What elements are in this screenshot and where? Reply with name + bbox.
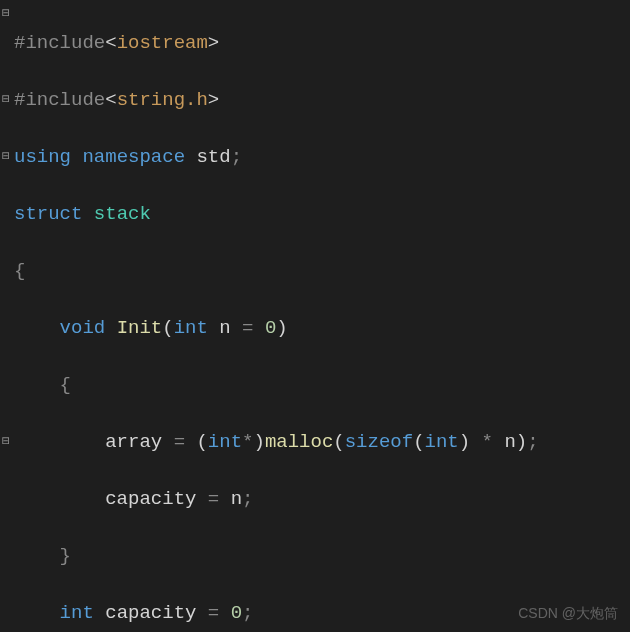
code-line[interactable]: void Init(int n = 0) — [14, 314, 630, 343]
fold-marker — [0, 314, 12, 343]
fold-marker[interactable]: ⊟ — [0, 428, 12, 457]
fold-gutter: ⊟ ⊟ ⊟ ⊟ — [0, 0, 12, 632]
code-line[interactable]: capacity = n; — [14, 485, 630, 514]
code-line[interactable]: array = (int*)malloc(sizeof(int) * n); — [14, 428, 630, 457]
fold-marker — [0, 171, 12, 200]
code-line[interactable]: { — [14, 257, 630, 286]
code-area[interactable]: #include<iostream> #include<string.h> us… — [12, 0, 630, 632]
fold-marker — [0, 29, 12, 58]
fold-marker — [0, 399, 12, 428]
code-line[interactable]: #include<iostream> — [14, 29, 630, 58]
fold-marker[interactable]: ⊟ — [0, 86, 12, 115]
code-editor[interactable]: ⊟ ⊟ ⊟ ⊟ #include<iostream> #include<stri… — [0, 0, 630, 632]
fold-marker — [0, 342, 12, 371]
fold-marker — [0, 371, 12, 400]
code-line[interactable]: { — [14, 371, 630, 400]
fold-marker — [0, 114, 12, 143]
fold-marker — [0, 228, 12, 257]
fold-marker[interactable]: ⊟ — [0, 143, 12, 172]
code-line[interactable]: struct stack — [14, 200, 630, 229]
fold-marker — [0, 200, 12, 229]
fold-marker — [0, 285, 12, 314]
fold-marker — [0, 257, 12, 286]
fold-marker[interactable]: ⊟ — [0, 0, 12, 29]
watermark: CSDN @大炮筒 — [518, 603, 618, 624]
fold-marker — [0, 456, 12, 485]
code-line[interactable]: #include<string.h> — [14, 86, 630, 115]
fold-marker — [0, 485, 12, 514]
fold-marker — [0, 513, 12, 542]
fold-marker — [0, 57, 12, 86]
fold-marker — [0, 542, 12, 571]
code-line[interactable]: using namespace std; — [14, 143, 630, 172]
code-line[interactable]: } — [14, 542, 630, 571]
fold-marker — [0, 570, 12, 599]
